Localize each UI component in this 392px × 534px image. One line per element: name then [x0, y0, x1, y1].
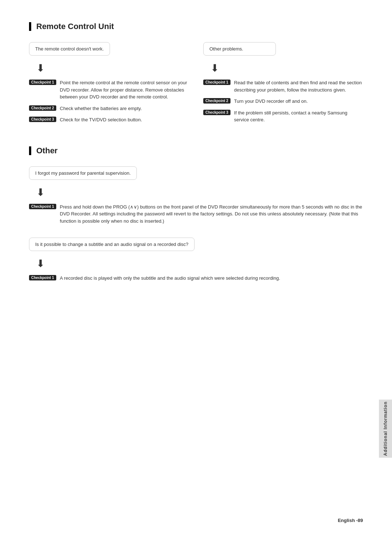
checkpoint-text: Point the remote control at the remote c… [60, 79, 189, 101]
title-bar-icon-other [29, 146, 31, 155]
arrow-down-other-1: ⬇ [36, 186, 363, 198]
problem-box-left: The remote control doesn't work. [29, 42, 110, 56]
arrow-down-left: ⬇ [36, 62, 189, 74]
checkpoint-badge-other-2: Checkpoint 1 [29, 275, 56, 280]
checkpoint-text: Turn your DVD recorder off and on. [234, 98, 308, 105]
other-section: Other I forgot my password for parental … [29, 146, 363, 282]
checkpoint-text: Check for the TV/DVD selection button. [60, 116, 142, 124]
checkpoint-row: Checkpoint 2 Check whether the batteries… [29, 105, 189, 112]
other-subsection-1: I forgot my password for parental superv… [29, 166, 363, 225]
other-title: Other [29, 146, 363, 155]
checkpoint-row: Checkpoint 2 Turn your DVD recorder off … [203, 98, 363, 105]
page-content: Remote Control Unit The remote control d… [0, 0, 392, 329]
remote-control-section: Remote Control Unit The remote control d… [29, 22, 363, 128]
checkpoint-badge: Checkpoint 1 [29, 80, 56, 85]
problem-box-other-2: Is it possible to change a subtitle and … [29, 238, 195, 251]
checkpoint-badge: Checkpoint 3 [203, 110, 230, 115]
remote-control-right-col: Other problems. ⬇ Checkpoint 1 Read the … [203, 42, 363, 128]
checkpoint-row-other-2: Checkpoint 1 A recorded disc is played w… [29, 275, 363, 282]
checkpoint-text: Read the table of contents and then find… [234, 79, 363, 93]
additional-information-sidebar: Additional Information [379, 400, 392, 458]
checkpoint-text-other-1: Press and hold down the PROG (∧∨) button… [60, 203, 363, 225]
other-subsection-2: Is it possible to change a subtitle and … [29, 238, 363, 282]
problem-box-right: Other problems. [203, 42, 276, 56]
checkpoint-row: Checkpoint 3 Check for the TV/DVD select… [29, 116, 189, 124]
checkpoint-badge: Checkpoint 3 [29, 117, 56, 122]
checkpoint-badge: Checkpoint 1 [203, 80, 230, 85]
checkpoint-row-other-1: Checkpoint 1 Press and hold down the PRO… [29, 203, 363, 225]
checkpoint-badge: Checkpoint 2 [203, 98, 230, 104]
title-bar-icon [29, 22, 31, 31]
remote-control-columns: The remote control doesn't work. ⬇ Check… [29, 42, 363, 128]
checkpoint-text: If the problem still persists, contact a… [234, 109, 363, 124]
problem-box-other-1: I forgot my password for parental superv… [29, 166, 137, 180]
checkpoint-badge-other-1: Checkpoint 1 [29, 204, 56, 209]
remote-control-left-col: The remote control doesn't work. ⬇ Check… [29, 42, 189, 128]
checkpoint-row: Checkpoint 3 If the problem still persis… [203, 109, 363, 124]
remote-control-title: Remote Control Unit [29, 22, 363, 31]
arrow-down-right: ⬇ [211, 62, 363, 74]
checkpoint-badge: Checkpoint 2 [29, 105, 56, 111]
checkpoint-row: Checkpoint 1 Point the remote control at… [29, 79, 189, 101]
page-footer: English -89 [338, 518, 363, 523]
checkpoint-row: Checkpoint 1 Read the table of contents … [203, 79, 363, 93]
arrow-down-other-2: ⬇ [36, 258, 363, 270]
checkpoint-text-other-2: A recorded disc is played with only the … [60, 275, 280, 282]
checkpoint-text: Check whether the batteries are empty. [60, 105, 142, 112]
